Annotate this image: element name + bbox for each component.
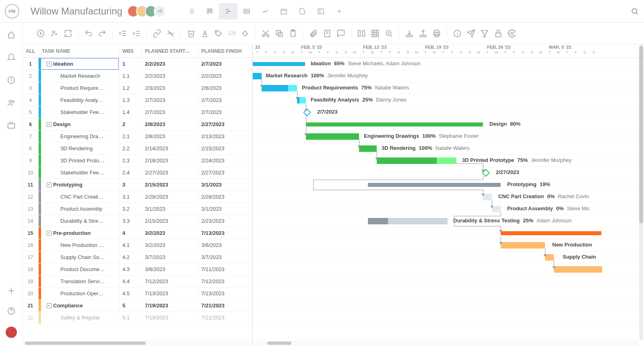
task-name-cell[interactable]: Stakeholder Fee… xyxy=(39,106,119,118)
wbs-cell[interactable]: 4.2 xyxy=(119,251,142,263)
gantt-row[interactable]: Product Assembly0%Steve Mic xyxy=(253,203,644,215)
gantt-bar[interactable] xyxy=(262,85,297,91)
grid-icon[interactable] xyxy=(371,29,380,38)
cut-icon[interactable] xyxy=(261,29,270,38)
copy-icon[interactable] xyxy=(275,29,284,38)
attachment-icon[interactable] xyxy=(309,29,318,38)
gantt-bar[interactable] xyxy=(501,242,545,249)
table-row[interactable]: 14Durability & Stre…3.32/15/20232/23/202… xyxy=(23,215,252,227)
start-cell[interactable]: 2/14/2023 xyxy=(142,143,198,154)
gantt-row[interactable]: Supply Chain xyxy=(253,251,644,263)
avatar-more[interactable]: +6 xyxy=(154,5,166,17)
wbs-cell[interactable]: 5.1 xyxy=(119,312,142,323)
gantt-row[interactable]: Engineering Drawings100%Stephanie Foster xyxy=(253,131,644,143)
gantt-row[interactable] xyxy=(253,288,644,300)
gantt-row[interactable] xyxy=(253,276,644,288)
view-gantt-icon[interactable] xyxy=(219,3,237,19)
add-circle-icon[interactable] xyxy=(36,29,45,38)
task-name-cell[interactable]: CNC Part Creati… xyxy=(39,191,119,203)
finish-cell[interactable]: 2/27/2023 xyxy=(198,118,252,130)
start-cell[interactable]: 7/19/2023 xyxy=(142,312,198,323)
table-row[interactable]: 83D Rendering2.22/14/20232/15/2023 xyxy=(23,143,252,155)
wbs-cell[interactable]: 3.3 xyxy=(119,215,142,227)
indent-icon[interactable] xyxy=(132,29,141,38)
gantt-bar[interactable] xyxy=(368,183,501,187)
start-cell[interactable]: 7/13/2023 xyxy=(142,288,198,299)
wbs-cell[interactable]: 1.2 xyxy=(119,82,142,94)
wbs-cell[interactable]: 1.4 xyxy=(119,106,142,118)
collapse-icon[interactable]: − xyxy=(47,303,52,308)
finish-cell[interactable]: 3/1/2023 xyxy=(198,203,252,215)
wbs-cell[interactable]: 1.3 xyxy=(119,94,142,106)
gantt-row[interactable]: CNC Part Creation0%Rachel Covin xyxy=(253,191,644,203)
trash-icon[interactable] xyxy=(187,29,196,38)
wbs-cell[interactable]: 2.4 xyxy=(119,167,142,178)
view-add-icon[interactable] xyxy=(330,3,349,19)
comment-icon[interactable] xyxy=(336,29,345,38)
wbs-cell[interactable]: 1 xyxy=(119,58,142,70)
task-name-cell[interactable]: −Design xyxy=(39,118,119,130)
finish-cell[interactable]: 2/7/2023 xyxy=(198,106,252,118)
wbs-cell[interactable]: 4.5 xyxy=(119,288,142,299)
start-cell[interactable]: 2/28/2023 xyxy=(142,191,198,203)
milestone-icon[interactable] xyxy=(241,29,250,38)
app-logo[interactable]: PM xyxy=(5,4,19,19)
gantt-row[interactable]: 3D Printed Prototype75%Jennifer Murphey xyxy=(253,155,644,167)
finish-cell[interactable]: 7/21/2023 xyxy=(198,300,252,311)
wbs-cell[interactable]: 4.3 xyxy=(119,263,142,275)
import-icon[interactable] xyxy=(405,29,414,38)
table-row[interactable]: 1−Ideation12/2/20232/7/2023 xyxy=(23,58,252,70)
collapse-icon[interactable]: − xyxy=(47,182,52,187)
search-icon[interactable] xyxy=(630,7,639,16)
table-row[interactable]: 18Product Docume…4.33/8/20237/11/2023 xyxy=(23,263,252,276)
view-calendar-icon[interactable] xyxy=(275,3,293,19)
member-avatars[interactable]: +6 xyxy=(130,5,166,17)
table-row[interactable]: 13Product Assembly3.23/1/20233/1/2023 xyxy=(23,203,252,215)
view-chart-icon[interactable] xyxy=(256,3,275,19)
gantt-row[interactable]: Ideation65%Steve Michaels, Adam Johnson xyxy=(253,58,644,70)
finish-cell[interactable]: 7/21/2023 xyxy=(198,312,252,323)
bell-icon[interactable] xyxy=(7,53,16,62)
col-wbs[interactable]: WBS xyxy=(119,44,142,58)
settings-icon[interactable] xyxy=(508,29,516,38)
task-name-cell[interactable]: Product Docume… xyxy=(39,263,119,275)
export-icon[interactable] xyxy=(419,29,427,38)
gantt-row[interactable]: Durability & Stress Testing25%Adam Johns… xyxy=(253,215,644,227)
gantt-row[interactable] xyxy=(253,227,644,239)
user-avatar[interactable] xyxy=(6,327,17,338)
table-row[interactable]: 5Stakeholder Fee…1.42/7/20232/7/2023 xyxy=(23,106,252,118)
gantt-vscroll[interactable] xyxy=(639,44,643,340)
redo-icon[interactable] xyxy=(98,29,107,38)
start-cell[interactable]: 2/7/2023 xyxy=(142,106,198,118)
table-row[interactable]: 3Product Require…1.22/3/20232/6/2023 xyxy=(23,82,252,94)
table-row[interactable]: 22Safety & Regulat5.17/19/20237/21/2023 xyxy=(23,312,252,324)
gantt-row[interactable]: New Production xyxy=(253,239,644,251)
start-cell[interactable]: 2/15/2023 xyxy=(142,179,198,191)
gantt-bar[interactable] xyxy=(359,145,377,152)
unlink-icon[interactable] xyxy=(166,29,175,38)
gantt-hscroll[interactable] xyxy=(253,340,638,346)
start-cell[interactable]: 2/15/2023 xyxy=(142,215,198,227)
table-row[interactable]: 6−Design22/8/20232/27/2023 xyxy=(23,118,252,131)
table-row[interactable]: 21−Compliance57/19/20237/21/2023 xyxy=(23,300,252,312)
gantt-row[interactable]: Feasibility Analysis25%Danny Jones xyxy=(253,94,644,106)
table-row[interactable]: 16New Production …4.13/2/20233/6/2023 xyxy=(23,239,252,251)
project-title[interactable]: Willow Manufacturing xyxy=(31,6,122,17)
view-list-icon[interactable] xyxy=(182,3,200,19)
notes-icon[interactable] xyxy=(323,29,332,38)
view-panel-icon[interactable] xyxy=(312,3,330,19)
filter-icon[interactable] xyxy=(480,29,489,38)
finish-cell[interactable]: 2/2/2023 xyxy=(198,70,252,82)
gantt-row[interactable]: 3D Rendering100%Natalie Waters xyxy=(253,143,644,155)
gantt-bar[interactable] xyxy=(253,73,262,79)
table-row[interactable]: 12CNC Part Creati…3.12/28/20232/28/2023 xyxy=(23,191,252,203)
task-name-cell[interactable]: Safety & Regulat xyxy=(39,312,119,323)
collapse-icon[interactable]: − xyxy=(47,122,52,127)
gantt-bar[interactable] xyxy=(501,231,601,235)
table-row[interactable]: 93D Printed Proto…2.32/16/20232/24/2023 xyxy=(23,155,252,167)
wbs-cell[interactable]: 3 xyxy=(119,179,142,191)
wbs-cell[interactable]: 4 xyxy=(119,227,142,239)
start-cell[interactable]: 2/8/2023 xyxy=(142,118,198,130)
gantt-row[interactable] xyxy=(253,263,644,276)
start-cell[interactable]: 2/27/2023 xyxy=(142,167,198,178)
